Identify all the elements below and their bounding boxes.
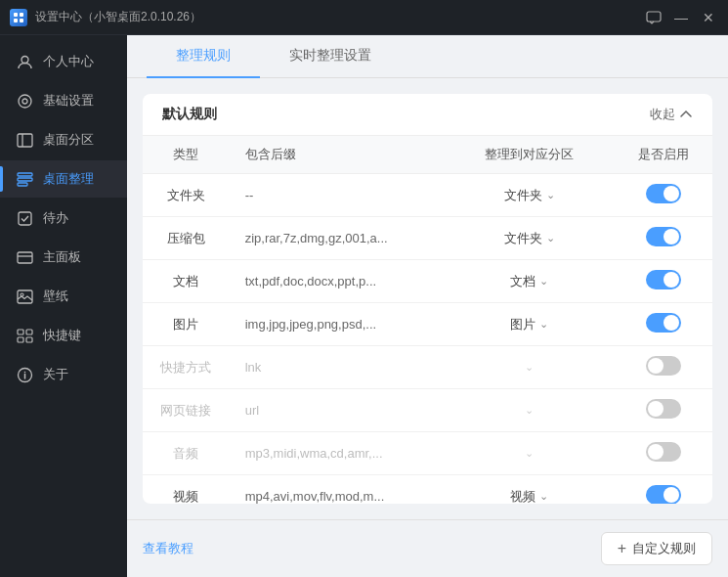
sidebar-item-organize[interactable]: 桌面整理 [0, 160, 127, 198]
toggle-switch[interactable] [646, 485, 681, 504]
cell-suffix: url [230, 389, 444, 432]
svg-rect-21 [26, 337, 32, 342]
cell-suffix: img,jpg,jpeg,png,psd,... [230, 303, 444, 346]
sidebar-item-dashboard[interactable]: 主面板 [0, 239, 127, 276]
cell-target[interactable]: 文件夹⌄ [443, 174, 615, 217]
toggle-switch[interactable] [646, 227, 681, 246]
basic-icon [16, 92, 33, 110]
cell-target[interactable]: 文档⌄ [443, 260, 615, 303]
todo-icon [16, 209, 33, 227]
toggle-knob [664, 272, 679, 288]
sidebar-item-profile[interactable]: 个人中心 [0, 43, 127, 80]
cell-suffix: -- [230, 174, 444, 217]
app-title: 设置中心（小智桌面2.0.10.26） [35, 9, 644, 25]
cell-toggle[interactable] [616, 217, 712, 260]
tab-rules[interactable]: 整理规则 [147, 35, 260, 78]
minimize-button[interactable]: — [671, 8, 691, 27]
sidebar-item-basic[interactable]: 基础设置 [0, 82, 127, 119]
svg-rect-19 [26, 330, 32, 334]
tab-realtime[interactable]: 实时整理设置 [260, 35, 401, 78]
app-icon [10, 9, 27, 26]
cell-toggle[interactable] [616, 260, 712, 303]
organize-icon [16, 170, 33, 188]
tutorial-link[interactable]: 查看教程 [143, 540, 193, 557]
cell-target[interactable]: ⌄ [443, 389, 615, 432]
sidebar-item-wallpaper[interactable]: 壁纸 [0, 278, 127, 315]
about-icon [16, 366, 33, 383]
dropdown-chevron-icon: ⌄ [525, 404, 534, 417]
cell-target[interactable]: 图片⌄ [443, 303, 615, 346]
dropdown-chevron-icon: ⌄ [525, 447, 534, 460]
toggle-knob [664, 186, 679, 201]
cell-type: 文档 [143, 260, 230, 303]
dropdown-chevron-icon: ⌄ [539, 275, 548, 288]
sidebar-label-shortcut: 快捷键 [43, 327, 81, 344]
collapse-icon [679, 110, 693, 119]
dropdown-chevron-icon: ⌄ [539, 490, 548, 503]
sidebar: 个人中心 基础设置 桌面分区 [0, 35, 127, 577]
svg-point-6 [19, 95, 31, 108]
svg-rect-4 [647, 12, 661, 22]
col-type: 类型 [143, 136, 230, 174]
svg-rect-3 [20, 19, 23, 22]
dropdown-chevron-icon: ⌄ [546, 189, 555, 201]
cell-toggle[interactable] [616, 432, 712, 475]
content-area: 整理规则 实时整理设置 默认规则 收起 [127, 35, 728, 577]
toggle-switch[interactable] [646, 399, 681, 419]
svg-rect-16 [18, 290, 32, 303]
toggle-switch[interactable] [646, 313, 681, 333]
window-controls: — ✕ [644, 8, 718, 27]
svg-rect-13 [19, 212, 31, 225]
cell-type: 快捷方式 [143, 346, 230, 389]
cell-toggle[interactable] [616, 303, 712, 346]
cell-type: 视频 [143, 475, 230, 505]
svg-rect-18 [18, 330, 23, 334]
cell-target[interactable]: 视频⌄ [443, 475, 615, 505]
cell-target[interactable]: ⌄ [443, 346, 615, 389]
cell-target[interactable]: 文件夹⌄ [443, 217, 615, 260]
cell-toggle[interactable] [616, 389, 712, 432]
close-button[interactable]: ✕ [699, 8, 718, 27]
sidebar-label-todo: 待办 [43, 209, 68, 227]
table-row: 压缩包zip,rar,7z,dmg,gz,001,a...文件夹⌄ [143, 217, 712, 260]
sidebar-item-shortcut[interactable]: 快捷键 [0, 317, 127, 354]
content-body: 默认规则 收起 类型 包含后缀 整理到对应分区 [127, 78, 728, 519]
toggle-knob [664, 229, 679, 244]
table-row: 视频mp4,avi,mov,flv,mod,m...视频⌄ [143, 475, 712, 505]
footer: 查看教程 + 自定义规则 [127, 519, 728, 577]
collapse-button[interactable]: 收起 [650, 106, 693, 123]
cell-suffix: mp3,midi,wma,cd,amr,... [230, 432, 444, 475]
sidebar-item-about[interactable]: 关于 [0, 356, 127, 393]
cell-target[interactable]: ⌄ [443, 432, 615, 475]
svg-point-7 [22, 99, 27, 104]
toggle-switch[interactable] [646, 270, 681, 289]
cell-toggle[interactable] [616, 346, 712, 389]
add-rule-button[interactable]: + 自定义规则 [601, 532, 712, 565]
svg-rect-10 [18, 173, 32, 176]
sidebar-item-todo[interactable]: 待办 [0, 200, 127, 237]
cell-suffix: txt,pdf,doc,docx,ppt,p... [230, 260, 444, 303]
col-suffix: 包含后缀 [230, 136, 444, 174]
target-label: 图片 [510, 316, 535, 333]
table-header-row: 类型 包含后缀 整理到对应分区 是否启用 [143, 136, 712, 174]
col-enabled: 是否启用 [616, 136, 712, 174]
toggle-switch[interactable] [646, 184, 681, 203]
cell-toggle[interactable] [616, 475, 712, 505]
add-rule-label: 自定义规则 [632, 540, 696, 557]
rules-table: 类型 包含后缀 整理到对应分区 是否启用 文件夹--文件夹⌄压缩包zip,rar… [143, 136, 712, 504]
svg-rect-1 [20, 13, 23, 17]
collapse-label: 收起 [650, 106, 675, 123]
toggle-switch[interactable] [646, 356, 681, 376]
message-button[interactable] [644, 8, 664, 27]
cell-toggle[interactable] [616, 174, 712, 217]
cell-suffix: zip,rar,7z,dmg,gz,001,a... [230, 217, 444, 260]
wallpaper-icon [16, 288, 33, 305]
cell-type: 压缩包 [143, 217, 230, 260]
sidebar-label-about: 关于 [43, 366, 68, 383]
toggle-switch[interactable] [646, 442, 681, 462]
target-label: 视频 [510, 488, 535, 505]
titlebar: 设置中心（小智桌面2.0.10.26） — ✕ [0, 0, 728, 35]
dropdown-chevron-icon: ⌄ [539, 318, 548, 331]
sidebar-item-partition[interactable]: 桌面分区 [0, 121, 127, 158]
rules-section: 默认规则 收起 类型 包含后缀 整理到对应分区 [143, 94, 712, 504]
